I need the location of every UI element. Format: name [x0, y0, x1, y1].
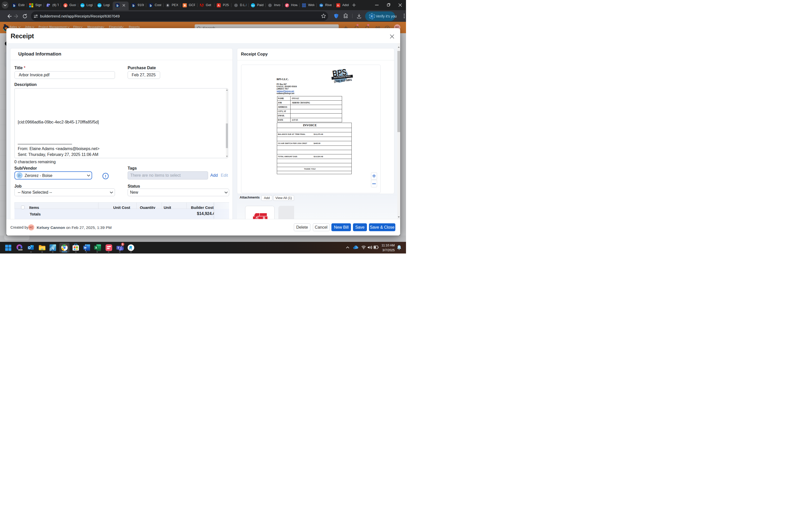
svg-text:xero: xero	[81, 5, 84, 6]
svg-text:W: W	[84, 246, 87, 249]
svg-text:xero: xero	[251, 5, 255, 6]
svg-text:V: V	[52, 247, 55, 250]
svg-text:T: T	[47, 4, 48, 7]
svg-text:B: B	[263, 216, 265, 219]
svg-text:xero: xero	[98, 5, 101, 6]
svg-text:g: g	[64, 4, 66, 7]
svg-text:M365: M365	[18, 249, 22, 251]
svg-text:T: T	[117, 247, 119, 249]
svg-text:TD: TD	[320, 4, 323, 7]
svg-text:X: X	[95, 246, 97, 249]
